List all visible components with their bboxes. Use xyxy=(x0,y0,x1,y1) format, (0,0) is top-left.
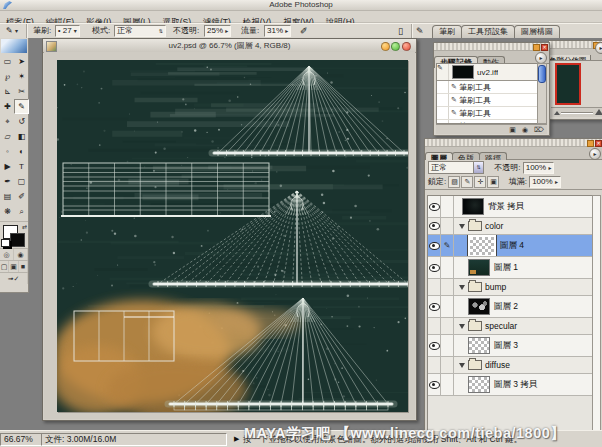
history-state-row[interactable]: ✎筆刷工具 xyxy=(437,107,538,120)
slider-groove[interactable] xyxy=(561,112,593,114)
layer-row[interactable]: 圖層 2 xyxy=(428,296,593,318)
visibility-toggle[interactable] xyxy=(428,218,441,234)
history-snapshot-row[interactable]: ✎uv2.iff xyxy=(437,64,538,81)
layer-group-row[interactable]: diffuse xyxy=(428,357,593,374)
imageready-button[interactable]: ➟✓ xyxy=(0,273,28,284)
flow-field[interactable]: 31% ▸ xyxy=(264,25,291,37)
eyedropper-tool[interactable]: ✐ xyxy=(14,189,29,204)
expand-triangle-icon[interactable] xyxy=(459,224,465,229)
close-icon[interactable]: ✕ xyxy=(595,140,602,147)
lock-all-icon[interactable]: ▣ xyxy=(487,176,499,188)
notes-tool[interactable]: ▤ xyxy=(0,189,15,204)
history-brush-tool[interactable]: ↺ xyxy=(14,114,29,129)
lock-transparency-icon[interactable]: ▨ xyxy=(448,176,460,188)
lock-image-icon[interactable]: ✎ xyxy=(461,176,473,188)
lasso-tool[interactable]: ℘ xyxy=(0,69,15,84)
tab-histogram[interactable]: 色階分佈圖 xyxy=(549,55,591,61)
visibility-toggle[interactable] xyxy=(428,257,441,278)
quick-mask-mode-button[interactable]: ◉ xyxy=(14,249,28,260)
magic-wand-tool[interactable]: ✶ xyxy=(14,69,29,84)
fullscreen-menubar-button[interactable]: ▣ xyxy=(9,261,18,272)
visibility-toggle[interactable] xyxy=(428,296,441,317)
document-size-field[interactable]: 文件: 3.00M/16.0M xyxy=(41,433,227,446)
layer-row-body[interactable]: bump xyxy=(454,279,593,295)
layer-thumbnail[interactable] xyxy=(468,337,490,354)
eraser-tool[interactable]: ▱ xyxy=(0,129,15,144)
app-titlebar[interactable]: Adobe Photoshop xyxy=(0,0,602,11)
brushes-palette-toggle[interactable]: ✎ xyxy=(416,25,424,37)
hand-tool[interactable]: ❋ xyxy=(0,204,15,219)
close-icon[interactable]: ✕ xyxy=(541,44,548,51)
new-document-from-state-icon[interactable]: ▣ xyxy=(509,126,516,133)
expand-triangle-icon[interactable] xyxy=(459,285,465,290)
close-button[interactable] xyxy=(402,42,411,51)
fullscreen-button[interactable]: ■ xyxy=(19,261,28,272)
blend-mode-select[interactable]: 正常⇅ xyxy=(114,25,166,37)
swap-colors-icon[interactable]: ⇄ xyxy=(22,223,27,230)
link-column[interactable]: ✎ xyxy=(441,235,454,256)
layer-row-body[interactable]: 背景 拷貝 xyxy=(454,196,593,217)
layer-row-body[interactable]: 圖層 3 拷貝 xyxy=(454,374,593,395)
navigator-proxy-view[interactable] xyxy=(555,63,581,105)
expand-triangle-icon[interactable] xyxy=(459,324,465,329)
palette-well-tab[interactable]: 圖層構圖 xyxy=(514,25,560,38)
layer-group-row[interactable]: specular xyxy=(428,318,593,335)
layer-row-body[interactable]: 圖層 4 xyxy=(454,235,593,256)
current-tool-button[interactable]: ✎ ▾ xyxy=(6,25,18,37)
scrollbar-thumb[interactable] xyxy=(538,65,546,83)
pen-tool[interactable]: ✒ xyxy=(0,174,15,189)
standard-mode-button[interactable]: ◎ xyxy=(0,249,14,260)
delete-icon[interactable]: ⌦ xyxy=(534,126,544,133)
layer-row[interactable]: 圖層 3 xyxy=(428,335,593,357)
palette-well-tab[interactable]: 筆刷 xyxy=(432,25,462,38)
photoshop-logo[interactable] xyxy=(1,39,27,53)
brush-tool[interactable]: ✎ xyxy=(14,99,29,114)
layer-row-body[interactable]: 圖層 2 xyxy=(454,296,593,317)
zoom-out-icon[interactable] xyxy=(554,111,560,115)
layer-row-body[interactable]: color xyxy=(454,218,593,234)
layer-fill-field[interactable]: 100% ▸ xyxy=(529,176,561,188)
history-source-column[interactable] xyxy=(437,81,449,93)
navigator-zoom-slider[interactable] xyxy=(551,107,602,117)
zoom-in-icon[interactable] xyxy=(595,109,602,115)
layer-thumbnail[interactable] xyxy=(462,198,484,215)
standard-screen-button[interactable]: ▢ xyxy=(0,261,9,272)
gradient-tool[interactable]: ◧ xyxy=(14,129,29,144)
link-column[interactable] xyxy=(441,257,454,278)
layer-blend-mode-select[interactable]: 正常 ⇅ xyxy=(428,161,484,174)
airbrush-toggle[interactable]: ✐ xyxy=(300,25,308,37)
layer-thumbnail[interactable] xyxy=(468,259,490,276)
collapse-icon[interactable] xyxy=(533,44,540,51)
visibility-toggle[interactable] xyxy=(428,335,441,356)
visibility-toggle[interactable] xyxy=(428,279,441,295)
status-arrow-icon[interactable]: ▶ xyxy=(234,435,239,443)
link-column[interactable] xyxy=(441,318,454,334)
default-colors-icon[interactable] xyxy=(1,239,10,247)
history-source-column[interactable]: ✎ xyxy=(437,64,449,80)
visibility-toggle[interactable] xyxy=(428,235,441,256)
visibility-toggle[interactable] xyxy=(428,357,441,373)
panel-menu-icon[interactable]: ▸ xyxy=(595,49,602,54)
history-source-column[interactable] xyxy=(437,94,449,106)
link-column[interactable] xyxy=(441,196,454,217)
background-color-swatch[interactable] xyxy=(10,233,25,247)
layer-row-body[interactable]: diffuse xyxy=(454,357,593,373)
zoom-level-field[interactable]: 66.67% xyxy=(0,433,44,446)
layer-row-body[interactable]: specular xyxy=(454,318,593,334)
layer-group-row[interactable]: color xyxy=(428,218,593,235)
layer-row[interactable]: ✎圖層 4 xyxy=(428,235,593,257)
clone-stamp-tool[interactable]: ⌖ xyxy=(0,114,15,129)
crop-tool[interactable]: ⊾ xyxy=(0,84,15,99)
palette-well-tab[interactable]: 工具預設集 xyxy=(461,25,515,38)
history-scrollbar[interactable] xyxy=(537,63,547,124)
link-column[interactable] xyxy=(441,218,454,234)
document-titlebar[interactable]: uv2.psd @ 66.7% (圖層 4, RGB/8) xyxy=(43,39,416,53)
link-column[interactable] xyxy=(441,296,454,317)
visibility-toggle[interactable] xyxy=(428,374,441,395)
shape-tool[interactable]: ▢ xyxy=(14,174,29,189)
maximize-button[interactable] xyxy=(391,42,400,51)
path-select-tool[interactable]: ▶ xyxy=(0,159,15,174)
expand-triangle-icon[interactable] xyxy=(459,363,465,368)
move-tool[interactable]: ➤ xyxy=(14,54,29,69)
canvas[interactable] xyxy=(57,60,408,412)
